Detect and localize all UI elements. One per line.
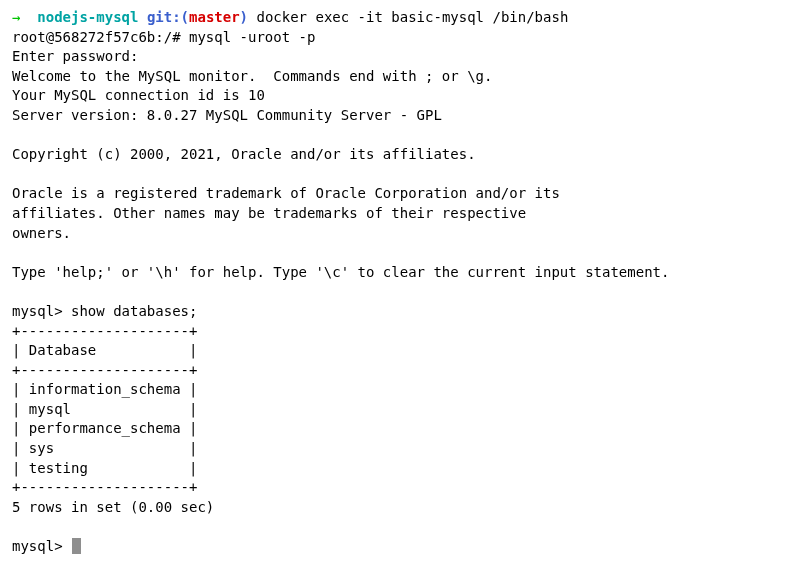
blank-line — [12, 282, 788, 302]
trademark-line-2: affiliates. Other names may be trademark… — [12, 204, 788, 224]
mysql-prompt-text: mysql> — [12, 538, 71, 554]
mysql-prompt[interactable]: mysql> — [12, 537, 788, 557]
table-row: | testing | — [12, 459, 788, 479]
table-border-top: +--------------------+ — [12, 322, 788, 342]
table-row: | information_schema | — [12, 380, 788, 400]
connection-id-line: Your MySQL connection id is 10 — [12, 86, 788, 106]
container-prompt-line: root@568272f57c6b:/# mysql -uroot -p — [12, 28, 788, 48]
git-suffix: ) — [240, 9, 248, 25]
rows-summary: 5 rows in set (0.00 sec) — [12, 498, 788, 518]
shell-prompt-line: → nodejs-mysql git:(master) docker exec … — [12, 8, 788, 28]
prompt-arrow-icon: → — [12, 9, 37, 25]
welcome-line: Welcome to the MySQL monitor. Commands e… — [12, 67, 788, 87]
blank-line — [12, 126, 788, 146]
table-header: | Database | — [12, 341, 788, 361]
copyright-line: Copyright (c) 2000, 2021, Oracle and/or … — [12, 145, 788, 165]
terminal-output[interactable]: → nodejs-mysql git:(master) docker exec … — [12, 8, 788, 557]
git-branch: master — [189, 9, 240, 25]
git-prefix: git:( — [138, 9, 189, 25]
trademark-line-3: owners. — [12, 224, 788, 244]
table-border-bottom: +--------------------+ — [12, 478, 788, 498]
server-version-line: Server version: 8.0.27 MySQL Community S… — [12, 106, 788, 126]
blank-line — [12, 243, 788, 263]
mysql-command-line: mysql> show databases; — [12, 302, 788, 322]
help-line: Type 'help;' or '\h' for help. Type '\c'… — [12, 263, 788, 283]
trademark-line-1: Oracle is a registered trademark of Orac… — [12, 184, 788, 204]
blank-line — [12, 165, 788, 185]
table-row: | mysql | — [12, 400, 788, 420]
docker-command: docker exec -it basic-mysql /bin/bash — [248, 9, 568, 25]
prompt-dir: nodejs-mysql — [37, 9, 138, 25]
blank-line — [12, 517, 788, 537]
cursor-icon — [72, 538, 81, 554]
table-border-mid: +--------------------+ — [12, 361, 788, 381]
table-row: | performance_schema | — [12, 419, 788, 439]
table-row: | sys | — [12, 439, 788, 459]
password-prompt: Enter password: — [12, 47, 788, 67]
